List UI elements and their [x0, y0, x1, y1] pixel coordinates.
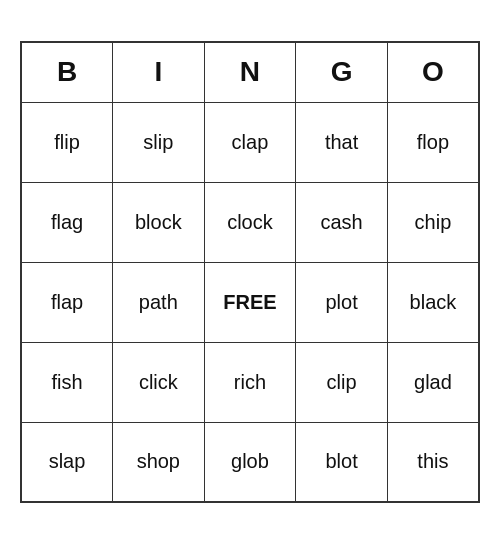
bingo-cell-3-2: rich [204, 342, 296, 422]
bingo-cell-1-4: chip [387, 182, 479, 262]
bingo-cell-0-1: slip [113, 102, 205, 182]
bingo-cell-1-1: block [113, 182, 205, 262]
header-cell-o: O [387, 42, 479, 102]
bingo-cell-3-1: click [113, 342, 205, 422]
header-cell-g: G [296, 42, 388, 102]
header-row: BINGO [21, 42, 479, 102]
bingo-cell-0-4: flop [387, 102, 479, 182]
bingo-cell-4-4: this [387, 422, 479, 502]
bingo-card: BINGO flipslipclapthatflopflagblockclock… [20, 41, 480, 503]
bingo-cell-0-3: that [296, 102, 388, 182]
bingo-cell-3-4: glad [387, 342, 479, 422]
bingo-cell-1-3: cash [296, 182, 388, 262]
bingo-cell-0-2: clap [204, 102, 296, 182]
bingo-row-0: flipslipclapthatflop [21, 102, 479, 182]
bingo-cell-4-2: glob [204, 422, 296, 502]
bingo-cell-4-3: blot [296, 422, 388, 502]
bingo-cell-2-3: plot [296, 262, 388, 342]
bingo-cell-3-3: clip [296, 342, 388, 422]
bingo-cell-2-2: FREE [204, 262, 296, 342]
header-cell-n: N [204, 42, 296, 102]
bingo-row-4: slapshopglobblotthis [21, 422, 479, 502]
bingo-cell-3-0: fish [21, 342, 113, 422]
bingo-cell-2-0: flap [21, 262, 113, 342]
bingo-cell-4-0: slap [21, 422, 113, 502]
bingo-cell-2-4: black [387, 262, 479, 342]
bingo-cell-2-1: path [113, 262, 205, 342]
header-cell-b: B [21, 42, 113, 102]
bingo-cell-1-2: clock [204, 182, 296, 262]
bingo-row-2: flappathFREEplotblack [21, 262, 479, 342]
bingo-cell-0-0: flip [21, 102, 113, 182]
bingo-cell-1-0: flag [21, 182, 113, 262]
bingo-row-3: fishclickrichclipglad [21, 342, 479, 422]
bingo-cell-4-1: shop [113, 422, 205, 502]
bingo-row-1: flagblockclockcashchip [21, 182, 479, 262]
header-cell-i: I [113, 42, 205, 102]
